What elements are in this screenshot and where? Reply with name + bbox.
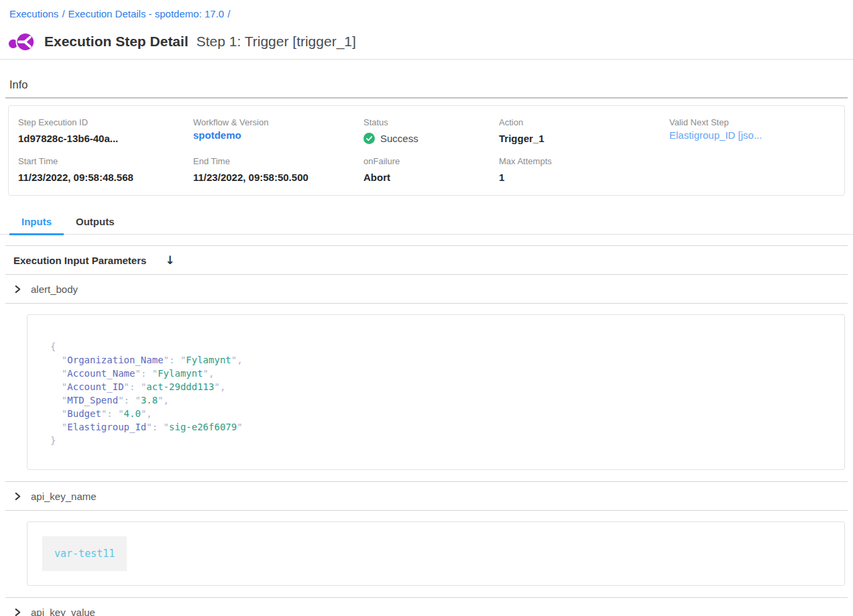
info-field: ActionTrigger_1	[499, 117, 669, 145]
breadcrumb-separator: /	[62, 8, 64, 19]
arrow-down-icon[interactable]: ↓	[165, 253, 174, 267]
breadcrumb-link[interactable]: Executions	[9, 8, 58, 19]
page-header: Execution Step Detail Step 1: Trigger [t…	[8, 30, 853, 53]
info-field	[669, 156, 838, 184]
info-field: Start Time11/23/2022, 09:58:48.568	[18, 156, 193, 184]
breadcrumb: Executions/Execution Details - spotdemo:…	[0, 0, 853, 21]
info-field-label: Valid Next Step	[669, 117, 838, 128]
execution-input-parameters-header: Execution Input Parameters↓	[0, 246, 853, 274]
page-title: Execution Step Detail	[44, 34, 188, 50]
section-divider	[5, 510, 848, 511]
section-divider	[5, 303, 848, 304]
info-section-heading: Info	[9, 78, 853, 91]
status-badge: Success	[363, 131, 499, 145]
info-field: onFailureAbort	[363, 156, 499, 184]
info-field-value-link[interactable]: Elastigroup_ID [jso...	[669, 129, 762, 141]
chevron-right-icon	[13, 492, 22, 501]
info-field-label: Max Attempts	[499, 156, 669, 167]
param-name: api_key_name	[31, 491, 97, 502]
info-field-value: 1	[499, 170, 669, 184]
breadcrumb-separator: /	[227, 8, 230, 19]
info-field-value-link[interactable]: spotdemo	[193, 129, 241, 141]
tab-inputs[interactable]: Inputs	[9, 212, 64, 235]
param-row-api_key_value[interactable]: api_key_value	[0, 598, 853, 616]
info-field: Max Attempts1	[499, 156, 669, 184]
tab-outputs[interactable]: Outputs	[64, 212, 127, 234]
info-field-value: 11/23/2022, 09:58:50.500	[193, 170, 363, 184]
param-content-alert_body: { "Organization_Name": "Fylamynt", "Acco…	[27, 314, 845, 470]
info-field-label: Action	[499, 117, 669, 128]
execution-step-detail-page: Executions/Execution Details - spotdemo:…	[0, 0, 853, 616]
info-field-label: Status	[363, 117, 499, 128]
info-field-label: Step Execution ID	[18, 117, 193, 128]
info-field-label: Workflow & Version	[193, 117, 363, 128]
info-field: End Time11/23/2022, 09:58:50.500	[193, 156, 363, 184]
info-field-value: 11/23/2022, 09:58:48.568	[18, 170, 193, 184]
json-code-block: { "Organization_Name": "Fylamynt", "Acco…	[50, 340, 824, 447]
chevron-right-icon	[13, 608, 22, 616]
info-field-value: Trigger_1	[499, 131, 669, 145]
info-field: Valid Next StepElastigroup_ID [jso...	[669, 117, 838, 145]
info-field-label: Start Time	[18, 156, 193, 167]
chevron-right-icon	[13, 285, 22, 294]
param-name: alert_body	[31, 284, 78, 295]
section-title: Execution Input Parameters	[13, 255, 146, 266]
param-row-alert_body[interactable]: alert_body	[0, 275, 853, 303]
info-field: Step Execution ID1d97828c-13b6-40a...	[18, 117, 193, 145]
info-field-label: onFailure	[363, 156, 499, 167]
info-field: Workflow & Versionspotdemo	[193, 117, 363, 145]
info-card: Step Execution ID1d97828c-13b6-40a...Wor…	[8, 105, 845, 196]
json-code-box: { "Organization_Name": "Fylamynt", "Acco…	[27, 314, 845, 470]
param-value-badge: var-test11	[42, 536, 127, 571]
param-name: api_key_value	[31, 607, 95, 616]
status-text: Success	[380, 131, 418, 145]
input-parameters-list: Execution Input Parameters↓alert_body{ "…	[0, 245, 853, 616]
param-row-api_key_name[interactable]: api_key_name	[0, 482, 853, 510]
success-check-icon	[363, 133, 375, 144]
info-field-label: End Time	[193, 156, 363, 167]
info-heading-divider	[5, 97, 848, 99]
badge-box: var-test11	[27, 521, 845, 586]
info-field: StatusSuccess	[363, 117, 499, 145]
page-subtitle: Step 1: Trigger [trigger_1]	[196, 34, 356, 50]
info-field-value: Abort	[363, 170, 499, 184]
breadcrumb-link[interactable]: Execution Details - spotdemo: 17.0	[68, 8, 225, 19]
fylamynt-logo-icon	[8, 31, 36, 53]
tab-bar: InputsOutputs	[0, 212, 853, 235]
info-field-value: 1d97828c-13b6-40a...	[18, 131, 193, 145]
param-content-api_key_name: var-test11	[27, 521, 845, 586]
header-divider	[0, 59, 853, 60]
